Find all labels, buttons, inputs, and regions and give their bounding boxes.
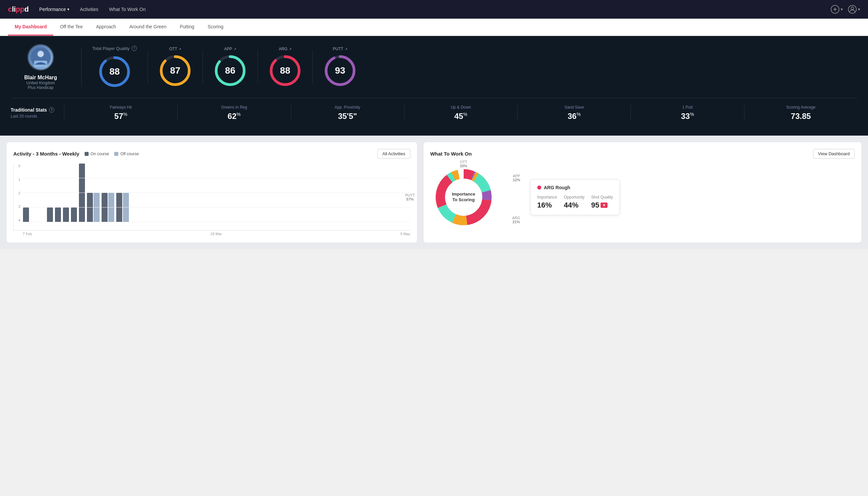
legend-off-dot [114,152,118,156]
stat-app-proximity: App. Proximity 35'5" [291,105,404,121]
help-icon[interactable]: ? [131,46,137,51]
donut-center-label: Importance To Scoring [452,191,475,203]
stat-fairways-value: 57% [114,112,127,121]
arrow-icon: ↗ [345,47,347,51]
info-card: ARG Rough Importance 16% Opportunity 44%… [530,179,620,215]
trad-stats-label: Traditional Stats ? Last 20 rounds [11,107,64,119]
putt-segment-label: PUTT57% [405,193,415,201]
bar-group-10 [101,193,114,222]
tab-putting[interactable]: Putting [173,19,201,36]
info-metrics: Importance 16% Opportunity 44% Shot Qual… [537,195,613,210]
help-icon[interactable]: ? [49,107,54,113]
legend-on-dot [84,152,89,156]
putt-ring-svg: 93 [323,54,357,87]
grid-line-3 [23,178,410,178]
total-quality-label: Total Player Quality ? [92,46,137,51]
app-segment-label: APP12% [513,174,520,182]
work-on-header: What To Work On View Dashboard [430,149,855,158]
tab-off-the-tee[interactable]: Off the Tee [53,19,89,36]
logo-text: clippd [8,5,29,14]
bar-on [101,193,108,222]
tab-my-dashboard[interactable]: My Dashboard [8,19,53,36]
chart-legend: On course Off course [84,152,139,156]
player-name: Blair McHarg [24,75,57,81]
nav-what-to-work-on[interactable]: What To Work On [109,7,145,12]
add-button[interactable]: ▾ [831,5,843,14]
svg-point-4 [851,7,854,10]
activity-card: Activity - 3 Months - Weekly On course O… [7,142,417,243]
ott-ring-svg: 87 [159,54,192,87]
divider [203,50,203,83]
arg-ring: ARG ↗ 88 [268,47,302,87]
work-on-card: What To Work On View Dashboard OTT10% AP… [424,142,861,243]
chevron-down-icon: ▾ [858,7,860,12]
total-quality-score: 88 [109,66,120,77]
donut-chart: Importance To Scoring [430,164,497,231]
stat-app-prox-value: 35'5" [338,112,357,121]
traditional-stats: Traditional Stats ? Last 20 rounds Fairw… [11,98,857,128]
avatar [27,44,54,71]
arg-ring-svg: 88 [268,54,302,87]
tab-approach[interactable]: Approach [89,19,123,36]
top-navigation: clippd Performance ▾ Activities What To … [0,0,868,19]
work-on-title: What To Work On [430,151,472,157]
view-dashboard-button[interactable]: View Dashboard [813,149,855,158]
bar-group-6 [63,207,69,222]
putt-ring: PUTT ↗ 93 [323,47,357,87]
player-handicap: Plus Handicap [28,85,53,90]
activity-card-header: Activity - 3 Months - Weekly On course O… [13,149,410,158]
bar-group-7 [71,207,77,222]
stat-sand-save: Sand Save 36% [517,105,631,121]
all-activities-button[interactable]: All Activities [377,149,410,158]
player-info: Blair McHarg United Kingdom Plus Handica… [11,44,70,90]
divider [81,47,82,87]
total-quality-ring: 88 [98,55,131,88]
nav-performance[interactable]: Performance ▾ [39,7,69,12]
nav-right-icons: ▾ ▾ [831,5,860,14]
tab-around-the-green[interactable]: Around the Green [123,19,173,36]
grid-line-1 [23,207,410,207]
nav-links: Performance ▾ Activities What To Work On [29,7,831,12]
arg-score: 88 [280,65,290,76]
chart-container: 4 3 2 1 0 [13,164,410,236]
x-label-mar: 28 Mar [210,232,222,236]
ott-score: 87 [170,65,180,76]
app-score: 86 [225,65,235,76]
opportunity-value: 44% [564,201,585,210]
stat-gir-value: 62% [227,112,240,121]
stat-sa-value: 73.85 [791,112,811,121]
bar-off [123,193,129,222]
bar-group-8 [79,164,85,222]
nav-activities[interactable]: Activities [80,7,98,12]
user-button[interactable]: ▾ [848,5,860,14]
importance-value: 16% [537,201,557,210]
total-quality: Total Player Quality ? 88 [92,46,137,88]
divider [312,50,313,83]
app-ring: APP ↗ 86 [214,47,247,87]
shot-quality-value: 95 ▼ [591,201,613,210]
metric-shot-quality: Shot Quality 95 ▼ [591,195,613,210]
y-axis: 4 3 2 1 0 [14,164,20,230]
x-label-may: 9 May [400,232,410,236]
arg-label: ARG ↗ [279,47,291,51]
stat-scoring-avg: Scoring Average 73.85 [744,105,857,121]
bar-on [116,193,122,222]
bar-on [47,207,53,222]
stat-ss-value: 36% [568,112,581,121]
x-axis-labels: 7 Feb 28 Mar 9 May [13,232,410,236]
logo[interactable]: clippd [8,5,29,14]
bar-on [63,207,69,222]
metric-opportunity: Opportunity 44% [564,195,585,210]
legend-on-course: On course [84,152,109,156]
arrow-icon: ↗ [289,47,291,51]
stat-greens-in-reg: Greens In Reg 62% [177,105,290,121]
work-on-content: OTT10% APP12% ARG21% PUTT57% [430,164,855,231]
bar-group-9 [87,193,99,222]
tab-scoring[interactable]: Scoring [201,19,230,36]
legend-off-course: Off course [114,152,139,156]
svg-point-8 [38,51,44,57]
bottom-section: Activity - 3 Months - Weekly On course O… [0,136,868,249]
app-ring-svg: 86 [214,54,247,87]
stat-1putt-value: 33% [681,112,694,121]
bar-on [79,164,85,222]
